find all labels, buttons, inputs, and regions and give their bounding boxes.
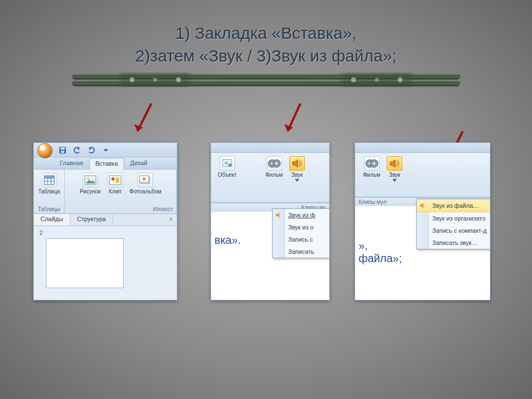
svg-line-0	[137, 104, 151, 131]
menu-record-sound-3[interactable]: Записать звук…	[417, 237, 490, 249]
group-illus-caption: Иллюст	[68, 205, 173, 212]
menu-record-from-cd-3[interactable]: Запись с компакт-д	[417, 224, 490, 237]
screenshots-stage: Главная Вставка Дизай Таблица Таблицы	[0, 109, 532, 342]
clip-icon	[108, 173, 123, 187]
speaker-icon	[274, 211, 283, 219]
tab-home[interactable]: Главная	[54, 157, 89, 169]
decorative-divider	[72, 74, 460, 87]
svg-marker-34	[295, 179, 299, 182]
movie-icon	[364, 156, 380, 171]
quick-access-toolbar	[34, 143, 177, 157]
group-text-partial: Объект	[213, 153, 241, 202]
dropdown-icon	[295, 179, 299, 182]
svg-point-22	[111, 177, 115, 181]
table-label: Таблица	[38, 188, 60, 195]
movie-button-2[interactable]: Фильм	[264, 155, 284, 179]
speaker-icon	[418, 201, 427, 210]
screenshot-1: Главная Вставка Дизай Таблица Таблицы	[33, 142, 177, 300]
sound-icon	[387, 156, 402, 171]
svg-rect-17	[44, 176, 54, 178]
movie-icon	[267, 156, 282, 171]
group-tables: Таблица Таблицы	[34, 170, 65, 213]
group-illustrations: Рисунок Клип Фотоальбом	[65, 170, 177, 213]
sound-button-2[interactable]: Звук	[288, 155, 306, 183]
svg-point-19	[87, 177, 89, 180]
object-icon	[219, 156, 235, 171]
sound-button-3[interactable]: Звук	[386, 155, 403, 183]
group-media-3: Фильм Звук	[359, 153, 407, 197]
svg-point-29	[228, 163, 232, 167]
svg-point-33	[275, 162, 278, 165]
sound-icon	[289, 156, 305, 171]
menu-record-from-cd-2[interactable]: Запись с	[273, 233, 330, 245]
ribbon-media-3: Фильм Звук	[355, 153, 490, 197]
save-icon[interactable]	[58, 146, 67, 155]
menu-sound-from-file-2[interactable]: Звук из ф	[273, 209, 330, 221]
svg-line-2	[288, 104, 300, 131]
photoalbum-label: Фотоальбом	[130, 188, 162, 195]
screenshot-3: Фильм Звук Клипы мул », файла»;	[355, 142, 490, 300]
slide-title: 1) Закладка «Вставка», 2)затем «Звук / 3…	[0, 0, 532, 67]
sound-label-2: Звук	[291, 172, 303, 178]
movie-label-3: Фильм	[363, 172, 380, 178]
svg-rect-7	[60, 147, 65, 150]
title-line-1: 1) Закладка «Вставка»,	[176, 24, 357, 42]
menu-sound-from-file-3[interactable]: Звук из файла…	[417, 199, 490, 212]
slide-number: 2	[39, 229, 171, 236]
photoalbum-button[interactable]: Фотоальбом	[129, 172, 163, 196]
sound-label-3: Звук	[389, 172, 401, 178]
qat-dropdown-icon[interactable]	[101, 146, 110, 155]
table-button[interactable]: Таблица	[37, 172, 61, 196]
nav-slides[interactable]: Слайды	[34, 214, 70, 226]
title-line-2: 2)затем «Звук / 3)Звук из файла»;	[135, 47, 396, 65]
body-line2-3: файла»;	[359, 252, 487, 265]
arrow-1	[126, 101, 160, 140]
arrow-2	[275, 101, 309, 140]
menu-record-sound-2[interactable]: Записать	[273, 245, 330, 258]
svg-marker-3	[284, 124, 293, 131]
svg-marker-39	[392, 179, 397, 182]
menu-sound-from-organizer-2[interactable]: Звук из о	[273, 221, 330, 233]
movie-label-2: Фильм	[265, 172, 283, 178]
svg-point-26	[142, 177, 146, 181]
svg-point-38	[373, 162, 375, 165]
sound-menu-3: Звук из файла… Звук из организато Запись…	[416, 198, 490, 249]
photoalbum-icon	[137, 173, 153, 187]
clip-button[interactable]: Клип	[106, 172, 124, 196]
ribbon-tabs: Главная Вставка Дизай	[34, 157, 177, 170]
sound-menu-2: Звук из ф Звук из о Запись с Записать	[272, 208, 330, 258]
group-media-2: Фильм Звук	[241, 153, 329, 202]
undo-icon[interactable]	[73, 146, 81, 155]
object-button[interactable]: Объект	[217, 155, 238, 179]
tab-insert[interactable]: Вставка	[89, 158, 124, 170]
svg-rect-23	[116, 177, 119, 183]
screenshot-2: Объект Фильм Звук	[211, 142, 330, 300]
menu-sound-from-organizer-3[interactable]: Звук из организато	[417, 212, 490, 224]
office-orb-icon[interactable]	[37, 143, 53, 158]
movie-button-3[interactable]: Фильм	[362, 155, 381, 179]
picture-label: Рисунок	[80, 188, 101, 195]
ribbon-media-2: Объект Фильм Звук	[211, 153, 329, 203]
nav-outline[interactable]: Структура	[70, 214, 113, 226]
picture-icon	[83, 173, 98, 187]
slides-outline-nav: Слайды Структура x	[34, 214, 177, 226]
slide-thumbnail-pane: 2	[34, 226, 177, 291]
ribbon-insert: Таблица Таблицы Рисунок	[34, 170, 177, 214]
body-text-2: вка».	[214, 234, 241, 246]
tab-design[interactable]: Дизай	[124, 157, 154, 169]
svg-rect-28	[224, 161, 228, 165]
svg-marker-11	[104, 149, 108, 152]
nav-close-icon[interactable]: x	[165, 214, 177, 226]
object-label: Объект	[218, 172, 237, 178]
group-tables-caption: Таблицы	[37, 205, 61, 212]
table-icon	[42, 173, 57, 187]
dropdown-icon	[392, 179, 397, 182]
svg-marker-1	[134, 124, 143, 131]
clip-label: Клип	[109, 188, 121, 195]
picture-button[interactable]: Рисунок	[79, 172, 102, 196]
slide-thumbnail[interactable]	[46, 238, 124, 288]
svg-rect-8	[61, 151, 64, 153]
redo-icon[interactable]	[87, 146, 96, 155]
